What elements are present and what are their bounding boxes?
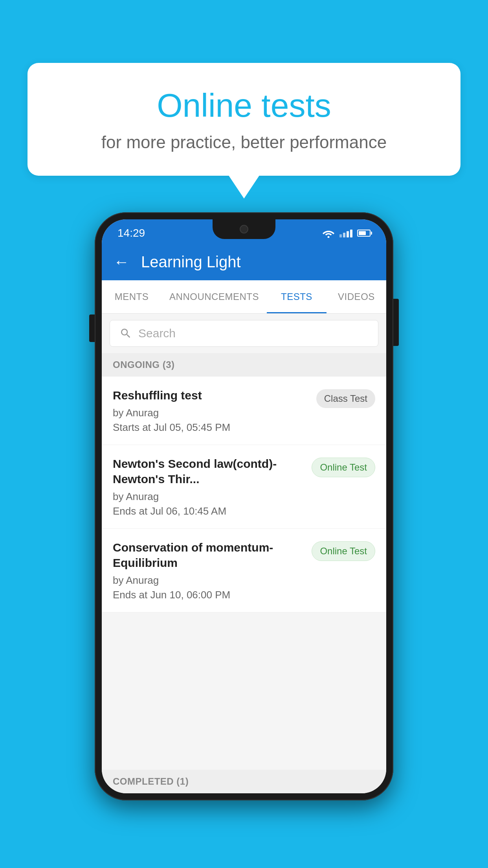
svg-point-0 bbox=[328, 236, 330, 238]
test-item-newtons[interactable]: Newton's Second law(contd)-Newton's Thir… bbox=[102, 445, 386, 529]
ongoing-section-header: ONGOING (3) bbox=[102, 353, 386, 377]
front-camera bbox=[240, 225, 248, 234]
test-item-reshuffling[interactable]: Reshuffling test by Anurag Starts at Jul… bbox=[102, 377, 386, 445]
bubble-title: Online tests bbox=[59, 86, 429, 125]
test-badge-conservation: Online Test bbox=[312, 541, 375, 561]
test-item-conservation[interactable]: Conservation of momentum-Equilibrium by … bbox=[102, 529, 386, 612]
signal-icon bbox=[339, 229, 352, 237]
status-icons bbox=[322, 228, 371, 238]
phone-device: 14:29 bbox=[95, 212, 393, 800]
wifi-icon bbox=[322, 228, 335, 238]
test-info-newtons: Newton's Second law(contd)-Newton's Thir… bbox=[113, 456, 304, 517]
tab-announcements[interactable]: ANNOUNCEMENTS bbox=[161, 280, 267, 313]
test-info-reshuffling: Reshuffling test by Anurag Starts at Jul… bbox=[113, 388, 308, 434]
phone-screen: 14:29 bbox=[102, 219, 386, 793]
status-time: 14:29 bbox=[117, 227, 145, 239]
test-date-conservation: Ends at Jun 10, 06:00 PM bbox=[113, 589, 304, 601]
battery-icon bbox=[357, 230, 371, 237]
phone-notch bbox=[213, 219, 275, 239]
completed-section-header: COMPLETED (1) bbox=[102, 770, 386, 793]
test-date-newtons: Ends at Jul 06, 10:45 AM bbox=[113, 505, 304, 517]
search-section: Search bbox=[102, 314, 386, 353]
test-name-newtons: Newton's Second law(contd)-Newton's Thir… bbox=[113, 456, 304, 487]
back-button[interactable]: ← bbox=[114, 253, 129, 271]
tab-tests[interactable]: TESTS bbox=[267, 280, 327, 313]
test-author-conservation: by Anurag bbox=[113, 574, 304, 587]
speech-bubble-section: Online tests for more practice, better p… bbox=[28, 63, 460, 199]
app-header-title: Learning Light bbox=[141, 253, 241, 271]
app-header: ← Learning Light bbox=[102, 244, 386, 280]
phone-outer-shell: 14:29 bbox=[95, 212, 393, 800]
test-name-reshuffling: Reshuffling test bbox=[113, 388, 308, 403]
tab-videos[interactable]: VIDEOS bbox=[327, 280, 386, 313]
tab-ments[interactable]: MENTS bbox=[102, 280, 161, 313]
speech-bubble: Online tests for more practice, better p… bbox=[28, 63, 460, 176]
test-author-newtons: by Anurag bbox=[113, 491, 304, 503]
test-info-conservation: Conservation of momentum-Equilibrium by … bbox=[113, 540, 304, 601]
test-badge-newtons: Online Test bbox=[312, 458, 375, 477]
test-badge-reshuffling: Class Test bbox=[316, 389, 375, 408]
tabs-bar: MENTS ANNOUNCEMENTS TESTS VIDEOS bbox=[102, 280, 386, 314]
bubble-subtitle: for more practice, better performance bbox=[59, 132, 429, 152]
test-author-reshuffling: by Anurag bbox=[113, 407, 308, 419]
search-placeholder: Search bbox=[138, 327, 176, 340]
search-icon bbox=[119, 327, 132, 340]
test-date-reshuffling: Starts at Jul 05, 05:45 PM bbox=[113, 421, 308, 434]
search-bar[interactable]: Search bbox=[110, 320, 378, 347]
bubble-arrow bbox=[228, 175, 260, 199]
test-name-conservation: Conservation of momentum-Equilibrium bbox=[113, 540, 304, 570]
